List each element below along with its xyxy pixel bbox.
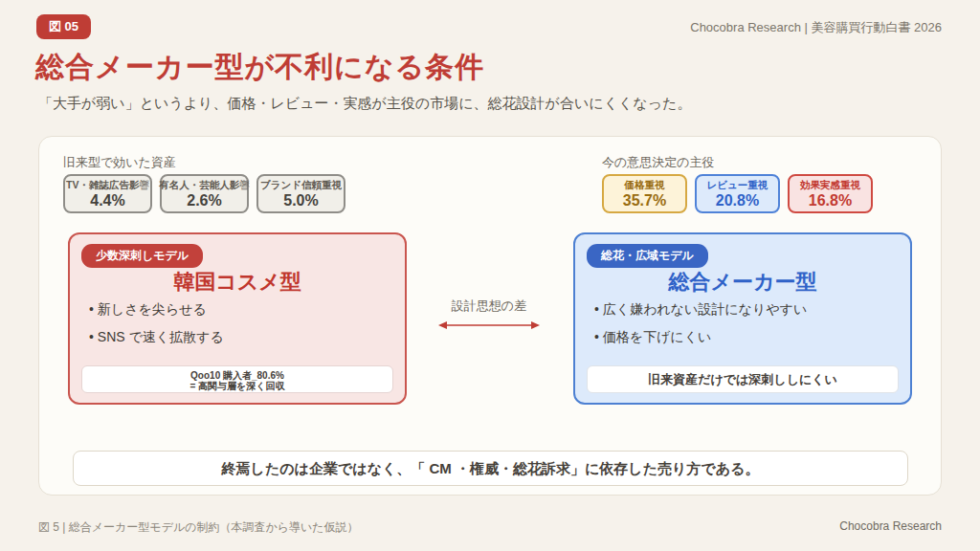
bullet-item: 新しさを尖らせる xyxy=(89,301,224,319)
stat-value: 16.8% xyxy=(809,192,852,209)
footer-brand: Chocobra Research xyxy=(839,519,942,533)
bullet-item: 広く嫌われない設計になりやすい xyxy=(594,301,807,319)
stat-box-review: レビュー重視 20.8% xyxy=(695,174,780,213)
stat-box-effect: 効果実感重視 16.8% xyxy=(788,174,873,213)
stat-box-celebrity: 有名人・芸能人影響 2.6% xyxy=(160,174,249,213)
stat-box-price: 価格重視 35.7% xyxy=(602,174,687,213)
conclusion-banner: 終焉したのは企業ではなく、「 CM ・権威・総花訴求」に依存した売り方である。 xyxy=(73,451,908,486)
note-line: = 高関与層を深く回収 xyxy=(82,381,392,391)
stat-value: 35.7% xyxy=(623,192,666,209)
page-subtitle: 「大手が弱い」というより、価格・レビュー・実感が主役の市場に、総花設計が合いにく… xyxy=(38,95,691,113)
current-drivers-label: 今の意思決定の主役 xyxy=(602,154,715,171)
model-title: 総合メーカー型 xyxy=(575,268,910,297)
current-drivers-row: 価格重視 35.7% レビュー重視 20.8% 効果実感重視 16.8% xyxy=(602,174,873,213)
stat-name: 効果実感重視 xyxy=(800,179,860,192)
model-badge: 少数深刺しモデル xyxy=(81,244,203,268)
korean-cosme-card: 少数深刺しモデル 韓国コスメ型 新しさを尖らせる SNS で速く拡散する Qoo… xyxy=(68,232,407,405)
model-note: 旧来資産だけでは深刺ししにくい xyxy=(587,365,899,393)
header-source-label: Chocobra Research | 美容購買行動白書 2026 xyxy=(690,19,942,36)
stat-value: 20.8% xyxy=(716,192,759,209)
divider-label: 設計思想の差 xyxy=(422,298,556,315)
stat-box-brand-trust: ブランド信頼重視 5.0% xyxy=(256,174,345,213)
main-panel: 旧来型で効いた資産 TV・雑誌広告影響 4.4% 有名人・芸能人影響 2.6% … xyxy=(38,136,942,496)
stat-value: 2.6% xyxy=(187,192,221,209)
slide: 図 05 Chocobra Research | 美容購買行動白書 2026 総… xyxy=(0,0,980,551)
stat-value: 4.4% xyxy=(90,192,124,209)
general-maker-card: 総花・広域モデル 総合メーカー型 広く嫌われない設計になりやすい 価格を下げにく… xyxy=(573,232,912,405)
model-bullets: 広く嫌われない設計になりやすい 価格を下げにくい xyxy=(594,301,807,357)
stat-name: ブランド信頼重視 xyxy=(260,179,342,192)
stat-name: レビュー重視 xyxy=(707,179,768,192)
model-bullets: 新しさを尖らせる SNS で速く拡散する xyxy=(89,301,224,357)
note-line: Qoo10 購入者_80.6% xyxy=(82,370,392,381)
stat-box-tv-magazine: TV・雑誌広告影響 4.4% xyxy=(63,174,152,213)
double-arrow-icon xyxy=(438,320,540,331)
footer-caption: 図 5 | 総合メーカー型モデルの制約（本調査から導いた仮説） xyxy=(38,519,359,536)
bullet-item: SNS で速く拡散する xyxy=(89,329,224,346)
figure-number-badge: 図 05 xyxy=(36,14,91,39)
stat-name: TV・雑誌広告影響 xyxy=(66,179,149,192)
stat-value: 5.0% xyxy=(283,192,318,209)
model-note: Qoo10 購入者_80.6% = 高関与層を深く回収 xyxy=(81,365,393,393)
legacy-assets-row: TV・雑誌広告影響 4.4% 有名人・芸能人影響 2.6% ブランド信頼重視 5… xyxy=(63,174,345,213)
model-title: 韓国コスメ型 xyxy=(70,268,405,297)
stat-name: 価格重視 xyxy=(625,179,665,192)
design-philosophy-divider: 設計思想の差 xyxy=(422,298,556,335)
bullet-item: 価格を下げにくい xyxy=(594,329,807,346)
stat-name: 有名人・芸能人影響 xyxy=(159,179,250,192)
legacy-assets-label: 旧来型で効いた資産 xyxy=(63,154,176,171)
page-title: 総合メーカー型が不利になる条件 xyxy=(35,48,484,87)
model-badge: 総花・広域モデル xyxy=(587,244,708,268)
